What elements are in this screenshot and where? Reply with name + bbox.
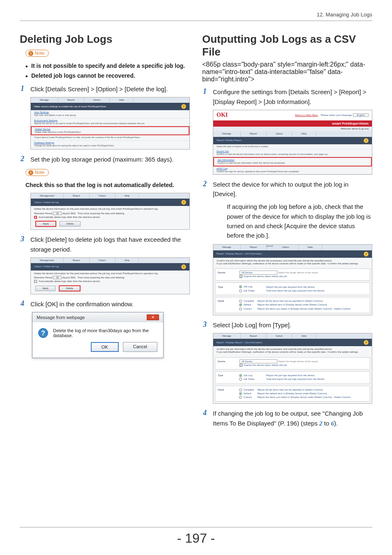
type-opt: Job Log [243,286,252,288]
ss-tab[interactable]: Manage [31,97,58,103]
ss-tab[interactable]: Manage [213,131,241,136]
confirm-link[interactable]: >Confirm the added settings. [327,351,359,353]
ss-tab[interactable]: Report [241,131,267,136]
detail-opt-desc: Report the default item in [Display Item… [257,392,367,395]
ss-tab[interactable]: Report [241,245,267,250]
detail-radio[interactable] [239,392,242,395]
type-opt-desc: Report the job logs acquired from the de… [266,374,367,377]
step-number: 4 [202,409,213,417]
detail-radio[interactable] [239,396,242,399]
ss-tab[interactable]: Help [115,258,139,263]
device-select[interactable]: All Device [240,271,278,275]
ss-tab[interactable]: Report [64,258,90,263]
step-number: 3 [202,320,213,329]
ss-tab[interactable]: Help [110,97,133,103]
ss-tab[interactable]: Manage [213,333,241,339]
ss-breadcrumb: Report >Display Report > Job Information [217,252,262,255]
detail-radio[interactable] [239,388,242,391]
help-icon[interactable]: ? [364,252,369,257]
retention-input[interactable]: 30 [53,212,62,215]
type-radio[interactable] [239,374,242,377]
step-number: 1 [20,84,30,93]
help-icon[interactable]: ? [181,264,186,269]
return-link[interactable]: Return to Main Menu [295,114,318,116]
acquire-checkbox[interactable] [240,275,242,278]
ss-tab[interactable]: Option [84,97,110,103]
ss-tab[interactable]: Option [267,333,293,339]
ss-tab[interactable]: Manage [213,245,241,250]
ss-tab[interactable]: Option [267,131,293,136]
ss-tab[interactable]: Help [292,131,316,136]
ss-breadcrumb: Report >Display Report > Job Information [217,341,262,344]
ss-breadcrumb: Option> Delete the log [34,265,59,268]
auto-delete-checkbox[interactable] [34,216,37,219]
apply-button[interactable]: Apply [35,221,56,227]
retention-input[interactable]: 30 [53,276,62,279]
delete-button[interactable]: Delete [60,221,81,227]
select-column-link[interactable]: >Select Column [333,396,351,398]
ss-link[interactable]: Database Settings [34,141,54,144]
ss-tab[interactable]: Management [31,193,64,199]
help-icon[interactable]: ? [364,340,369,345]
help-icon[interactable]: ? [364,138,369,143]
ss-link-highlighted[interactable]: Delete the log [35,128,50,130]
welcome-bar: Welcome admin [Log out] [213,127,372,131]
screenshot-delete-log-delete: Management Report Option Help Option> De… [30,257,190,294]
ss-tab[interactable]: Help [292,333,316,339]
ss-tab[interactable]: Report [58,97,84,103]
screenshot-job-info-type: Manage Report Option Help Report >Displa… [213,333,372,404]
confirm-link[interactable]: >Confirm the added settings. [327,262,359,265]
ss-desc-line: Delete the device information for the pa… [34,208,186,210]
step-text: Select [Job Log] from [Type]. [213,320,372,330]
help-icon[interactable]: ? [181,200,186,205]
ss-tab[interactable]: Option [90,258,115,263]
device-select[interactable]: All Device [240,359,278,363]
since-text: Time since acquiring the data until dele… [78,212,125,215]
ss-tab[interactable]: Management [31,258,64,263]
ss-desc: Confirm or total the device information … [217,153,328,155]
ss-tab[interactable]: Help [299,245,322,250]
ss-link-highlighted[interactable]: Job Information [217,159,234,161]
detail-radio[interactable] [239,303,242,306]
detail-opt-desc: Report all the items that can be specifi… [257,388,367,391]
ss-tab[interactable]: Report [241,333,267,339]
help-icon[interactable]: ? [181,104,186,109]
type-radio[interactable] [239,285,242,288]
acquire-checkbox[interactable] [240,364,242,367]
select-column-link[interactable]: >Select Column [333,308,351,310]
apply-button[interactable]: Apply [35,286,55,291]
type-opt: Job Totals [243,289,254,292]
detail-radio[interactable] [239,300,242,303]
step-4-left: 4 Click [OK] in the confirmation window. [20,299,190,309]
device-label: Device [218,271,239,274]
ss-tab[interactable]: Help [115,193,139,199]
ss-link[interactable]: sPSV Log [217,167,228,170]
page-footer: - 197 - [0,527,392,546]
auto-delete-checkbox[interactable] [34,280,37,283]
ss-tab[interactable]: Option [273,245,299,250]
type-radio[interactable] [239,289,242,292]
device-hint: Select the target device of the report. [278,271,318,274]
ss-tab[interactable]: Option [90,193,115,199]
dialog-cancel-button[interactable]: Cancel [123,342,157,352]
ss-link[interactable]: Environment Settings [34,119,58,122]
acquire-label: Acquire the device status before the job… [244,364,288,366]
header-rule [20,21,372,21]
step-number: 2 [20,155,30,163]
type-radio[interactable] [239,378,242,381]
dialog-ok-button[interactable]: OK [91,342,119,352]
step-text: Configure the settings from [Details Scr… [213,87,372,106]
ss-link[interactable]: Web Service setting [34,149,56,150]
detail-opt: Custom [243,308,252,310]
bullet-item: Deleted job logs cannot be recovered. [25,72,190,80]
note-badge-1: Note [25,50,49,57]
retention-label: Retention Period [34,212,53,215]
ss-link[interactable]: Device Info [217,150,229,153]
dialog-close-icon[interactable]: ✕ [147,314,159,320]
ss-link[interactable]: User Settings [34,111,49,113]
delete-button[interactable]: Delete [59,285,81,291]
detail-radio[interactable] [239,308,242,310]
right-heading: Outputting Job Logs as a CSV File [202,33,372,58]
ss-tab[interactable]: Report [64,193,90,199]
lang-select[interactable]: English [353,113,369,117]
